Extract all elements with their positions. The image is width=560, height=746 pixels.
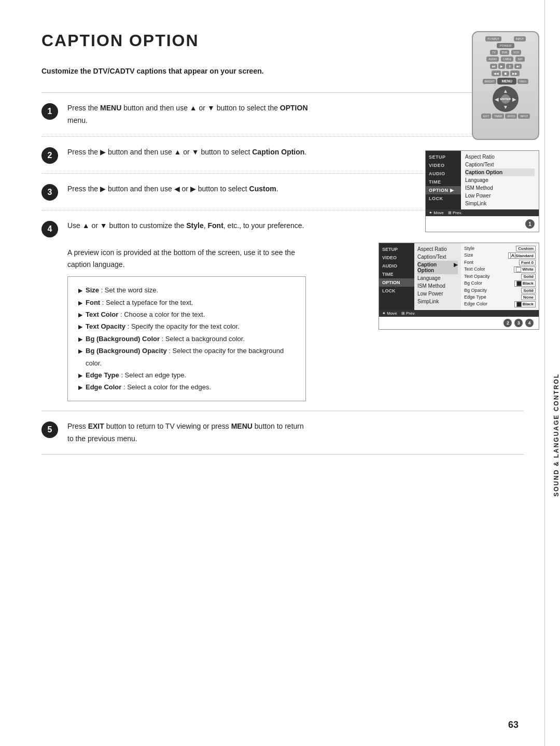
menu2-captiontext: Caption/Text xyxy=(417,253,458,261)
remote-menu-btn: MENU xyxy=(497,78,516,85)
bullet-bgopacity: ▶ Bg (Background) Opacity : Select the o… xyxy=(78,345,295,369)
step-4: 4 Use ▲ or ▼ button to customize the Sty… xyxy=(41,220,311,237)
remote-timer-btn: TIMER xyxy=(492,114,505,119)
step-circle-2: 2 xyxy=(41,147,58,164)
menu2-textopacity-row: Text Opacity Solid xyxy=(464,273,536,280)
remote-nav-down: ▼ xyxy=(503,104,508,110)
divider-4 xyxy=(41,411,524,411)
bullet-arrow-bgcolor: ▶ xyxy=(78,334,82,345)
remote-control: TV INPUT INPUT POWER TV DVR VCR AUDIO CA… xyxy=(472,31,539,140)
menu2-inner: SETUP VIDEO AUDIO TIME OPTION LOCK Aspec… xyxy=(379,243,539,310)
remote-nav-right: ▶ xyxy=(512,96,516,102)
menu1-ism: ISM Method xyxy=(465,184,535,192)
remote-nav-circle: ▲ ▼ ◀ ▶ ENTER xyxy=(493,86,519,112)
menu1-lock: LOCK xyxy=(426,194,461,203)
bullet-edgecolor: ▶ Edge Color : Select a color for the ed… xyxy=(78,381,295,393)
menu2-simplink: SimpLink xyxy=(417,298,458,305)
menu2-language: Language xyxy=(417,274,458,282)
remote-ratio-btn: RATIO xyxy=(505,114,517,119)
menu2-video: VIDEO xyxy=(379,254,414,262)
menu1-language: Language xyxy=(465,176,535,184)
menu2-lock: LOCK xyxy=(379,287,414,295)
side-label: SOUND & LANGUAGE CONTROL xyxy=(553,373,560,497)
menu2-prev: ⊞ Prev. xyxy=(401,311,415,316)
menu2-left: SETUP VIDEO AUDIO TIME OPTION LOCK xyxy=(379,243,414,310)
menu1-lowpower: Low Power xyxy=(465,192,535,200)
remote-tv-input: TV INPUT xyxy=(485,36,501,41)
menu2-size-val: AStandard xyxy=(508,252,536,259)
step-2: 2 Press the ▶ button and then use ▲ or ▼… xyxy=(41,146,311,164)
bullet-edgetype: ▶ Edge Type : Select an edge type. xyxy=(78,369,295,381)
bullet-edgetype-text: Edge Type : Select an edge type. xyxy=(86,369,186,381)
bullet-box: ▶ Size : Set the word size. ▶ Font : Sel… xyxy=(67,276,306,401)
menu1-time: TIME xyxy=(426,178,461,186)
circle-num-1: 1 xyxy=(525,219,535,229)
menu1-captiontext: Caption/Text xyxy=(465,161,535,168)
menu1-move: ✦ Move xyxy=(429,210,444,215)
remote-sat-btn: SAT xyxy=(515,57,524,62)
menu2-font-val: Font 0 xyxy=(519,260,536,265)
menu-panel-2: SETUP VIDEO AUDIO TIME OPTION LOCK Aspec… xyxy=(379,243,539,330)
remote-input2-btn: INPUT xyxy=(518,114,530,119)
menu2-captionoption-arrow: ▶ xyxy=(454,262,458,273)
menu1-captionoption: Caption Option xyxy=(465,168,535,176)
menu2-right: Style Custom Size AStandard Font Font 0 … xyxy=(461,243,539,310)
remote-cable-btn: CABLE xyxy=(501,57,513,62)
remote-nav-up: ▲ xyxy=(503,88,508,94)
circle-nums-234: 2 3 4 xyxy=(501,318,536,328)
menu2-bgcolor-label: Bg Color xyxy=(464,280,482,287)
menu2-edgetype-row: Edge Type None xyxy=(464,294,536,301)
menu2-center: Aspect Ratio Caption/Text Caption Option… xyxy=(414,243,461,310)
menu2-move: ✦ Move xyxy=(382,311,397,316)
step-circle-3: 3 xyxy=(41,184,58,201)
remote-exit-row: EXIT TIMER RATIO INPUT xyxy=(481,114,530,119)
menu2-edgecolor-val: Black xyxy=(514,301,536,307)
bullet-textcolor-text: Text Color : Choose a color for the text… xyxy=(86,308,205,320)
page-container: CAPTION OPTION Customize the DTV/CADTV c… xyxy=(0,0,560,746)
menu2-bgopacity-label: Bg Opacity xyxy=(464,288,487,293)
bgcolor-swatch xyxy=(516,281,522,286)
subtitle: Customize the DTV/CADTV captions that ap… xyxy=(41,66,275,77)
bullet-size: ▶ Size : Set the word size. xyxy=(78,284,295,296)
remote-pause: ⏸ xyxy=(506,64,513,69)
bullet-arrow-edgecolor: ▶ xyxy=(78,383,82,393)
menu2-ism: ISM Method xyxy=(417,282,458,290)
remote-top-row: TV INPUT INPUT xyxy=(485,36,526,41)
menu2-style-val: Custom xyxy=(516,246,536,251)
side-label-container: SOUND & LANGUAGE CONTROL xyxy=(544,0,560,746)
step-1: 1 Press the MENU button and then use ▲ o… xyxy=(41,102,311,127)
menu2-textcolor-val: White xyxy=(514,266,536,273)
bullet-arrow-font: ▶ xyxy=(78,298,82,308)
remote-playback-row: ⏮ ▶ ⏸ ⏭ xyxy=(490,63,522,69)
divider-5 xyxy=(41,454,524,455)
menu1-bottombar: ✦ Move ⊞ Prev. xyxy=(426,209,539,216)
menu1-setup: SETUP xyxy=(426,153,461,161)
bullet-bgcolor-text: Bg (Background) Color : Select a backgro… xyxy=(86,333,245,345)
menu2-edgetype-label: Edge Type xyxy=(464,294,486,300)
remote-fav: FAV/+ xyxy=(517,79,528,84)
remote-input: INPUT xyxy=(514,36,526,41)
menu-panel-1: SETUP VIDEO AUDIO TIME OPTION ▶ LOCK Asp… xyxy=(425,150,539,232)
menu2-bgopacity-val: Solid xyxy=(521,288,536,293)
step-circle-4: 4 xyxy=(41,221,58,237)
remote-vol-row: ◀◀ ⏹ ▶▶ xyxy=(492,71,520,76)
menu2-edgetype-val: None xyxy=(521,294,536,300)
bullet-textopacity-text: Text Opacity : Specify the opacity for t… xyxy=(86,320,240,332)
menu1-right: Aspect Ratio Caption/Text Caption Option… xyxy=(461,151,539,209)
remote-audio-btn: AUDIO xyxy=(486,57,499,62)
bullet-bgopacity-text: Bg (Background) Opacity : Select the opa… xyxy=(86,345,295,369)
menu2-time: TIME xyxy=(379,270,414,278)
bullet-size-text: Size : Set the word size. xyxy=(86,284,158,296)
menu2-style-label: Style xyxy=(464,246,474,251)
remote-audio-row: AUDIO CABLE SAT xyxy=(486,57,525,62)
bullet-arrow-textcolor: ▶ xyxy=(78,310,82,320)
step-4-text: Use ▲ or ▼ button to customize the Style… xyxy=(67,220,304,232)
textcolor-swatch xyxy=(516,267,521,272)
menu2-bgcolor-val: Black xyxy=(514,280,536,287)
menu2-aspect: Aspect Ratio xyxy=(417,245,458,253)
step-5-text: Press EXIT button to return to TV viewin… xyxy=(67,420,311,445)
menu2-size-row: Size AStandard xyxy=(464,252,536,259)
bullet-arrow-edgetype: ▶ xyxy=(78,371,82,381)
bullet-arrow-size: ▶ xyxy=(78,286,82,296)
menu1-simplink: SimpLink xyxy=(465,200,535,207)
